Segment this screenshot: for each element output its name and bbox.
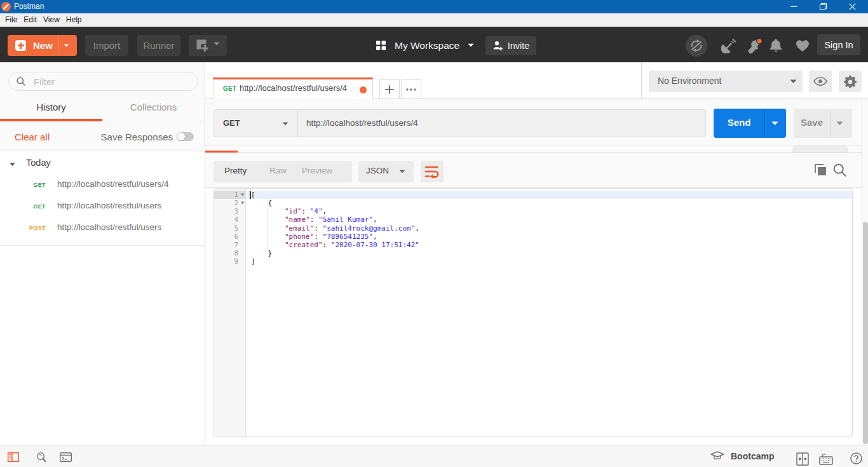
environment-quick-look-button[interactable] xyxy=(809,71,832,92)
runner-label: Runner xyxy=(143,40,174,51)
fold-caret-icon[interactable] xyxy=(240,193,245,196)
code-text: "phone": "7896541235", xyxy=(247,233,377,241)
code-line[interactable]: { xyxy=(247,199,853,207)
json-value: "2020-07-30 17:51:42" xyxy=(331,241,419,249)
sidebar-toggle-icon xyxy=(8,452,19,462)
favorites-button[interactable] xyxy=(794,35,811,56)
toggle-knob xyxy=(177,133,185,140)
shortcuts-button[interactable] xyxy=(818,452,834,465)
response-format-select[interactable]: JSON xyxy=(358,161,414,182)
gutter-row: 5 xyxy=(214,224,246,233)
gutter-row: 1 xyxy=(214,191,246,199)
menu-view[interactable]: View xyxy=(40,13,63,27)
settings-wrench-button[interactable] xyxy=(747,35,763,56)
vertical-scrollbar[interactable] xyxy=(862,99,868,445)
method-value: GET xyxy=(223,118,240,128)
request-url-bar: GET http://localhost/restful/users/4 xyxy=(214,109,706,137)
add-tab-button[interactable] xyxy=(379,79,400,99)
window-titlebar: Postman xyxy=(0,0,868,13)
runner-button[interactable]: Runner xyxy=(137,35,180,56)
code-line[interactable]: "email": "sahil4rock@gmail.com", xyxy=(247,224,853,233)
chevron-down-icon[interactable] xyxy=(836,121,843,126)
sync-disabled-button[interactable] xyxy=(686,35,707,56)
code-line[interactable]: [ xyxy=(247,191,853,199)
menu-file[interactable]: File xyxy=(2,13,20,27)
scrollbar-thumb[interactable] xyxy=(863,222,868,444)
chevron-down-icon xyxy=(214,42,220,46)
history-item[interactable]: GET http://localhost/restful/users xyxy=(0,194,205,216)
console-button[interactable] xyxy=(60,452,72,462)
code-text: "id": "4", xyxy=(247,207,327,215)
postman-window: Postman File Edit View Help New xyxy=(0,0,868,467)
code-line[interactable]: "id": "4", xyxy=(247,207,853,215)
wrench-icon xyxy=(747,37,763,54)
request-tab[interactable]: GET http://localhost/restful/users/4 xyxy=(213,78,373,99)
api-network-button[interactable] xyxy=(721,35,737,56)
code-line[interactable]: "phone": "7896541235", xyxy=(247,233,853,241)
cookies-code-button-sliver[interactable] xyxy=(792,146,848,152)
help-button[interactable] xyxy=(850,452,862,464)
tab-collections[interactable]: Collections xyxy=(102,99,205,116)
clear-all-link[interactable]: Clear all xyxy=(15,132,50,142)
json-separator: : xyxy=(310,215,318,224)
chevron-down-icon[interactable] xyxy=(771,121,778,126)
window-minimize-button[interactable] xyxy=(779,0,808,13)
global-search-button[interactable] xyxy=(36,452,48,463)
new-button[interactable]: New xyxy=(8,35,77,56)
tab-options-button[interactable] xyxy=(401,79,421,99)
copy-response-button[interactable] xyxy=(815,164,827,177)
close-icon xyxy=(849,3,856,10)
import-button[interactable]: Import xyxy=(85,35,128,56)
console-icon xyxy=(60,452,72,462)
invite-button[interactable]: Invite xyxy=(485,36,536,55)
history-group-today[interactable]: Today xyxy=(0,157,205,172)
tab-history[interactable]: History xyxy=(0,99,102,116)
collapse-caret-icon[interactable] xyxy=(10,163,15,166)
json-value: "Sahil Kumar" xyxy=(318,215,373,224)
response-view-tabs: Pretty Raw Preview xyxy=(214,161,352,182)
chevron-down-icon[interactable] xyxy=(64,44,69,48)
history-item[interactable]: GET http://localhost/restful/users/4 xyxy=(0,173,205,194)
menu-help[interactable]: Help xyxy=(63,13,85,27)
search-response-button[interactable] xyxy=(833,163,846,177)
environment-select[interactable]: No Environment xyxy=(649,71,803,92)
code-line[interactable]: } xyxy=(247,249,853,257)
gutter-row: 8 xyxy=(214,249,246,257)
fold-caret-icon[interactable] xyxy=(240,201,245,205)
notifications-button[interactable] xyxy=(768,35,784,56)
code-line[interactable]: ] xyxy=(247,257,853,266)
window-close-button[interactable] xyxy=(837,0,867,13)
wrap-lines-button[interactable] xyxy=(421,161,444,182)
view-pretty-button[interactable]: Pretty xyxy=(224,166,247,175)
open-new-window-button[interactable] xyxy=(189,35,227,56)
chevron-down-icon xyxy=(468,43,474,48)
save-split-divider xyxy=(830,109,831,138)
indent-guide xyxy=(268,199,268,249)
view-preview-button[interactable]: Preview xyxy=(302,166,332,175)
window-restore-button[interactable] xyxy=(808,0,837,13)
filter-input[interactable]: Filter xyxy=(8,72,198,91)
url-input[interactable]: http://localhost/restful/users/4 xyxy=(306,118,418,128)
method-select[interactable]: GET xyxy=(214,110,298,137)
chevron-down-icon xyxy=(790,79,797,84)
code-line[interactable]: "created": "2020-07-30 17:51:42" xyxy=(247,241,853,249)
two-pane-view-button[interactable] xyxy=(795,452,810,466)
eye-icon xyxy=(813,77,827,86)
settings-gear-button[interactable] xyxy=(839,71,862,92)
json-key: "email" xyxy=(285,224,314,233)
save-responses-toggle[interactable] xyxy=(177,132,194,141)
toggle-sidebar-button[interactable] xyxy=(8,452,19,462)
workspace-switcher[interactable]: My Workspace xyxy=(376,35,474,56)
code-text: ] xyxy=(247,257,255,266)
save-label: Save xyxy=(794,117,830,128)
sign-in-button[interactable]: Sign In xyxy=(817,34,860,55)
code-line[interactable]: "name": "Sahil Kumar", xyxy=(247,215,853,224)
search-icon xyxy=(833,163,846,177)
view-raw-button[interactable]: Raw xyxy=(269,166,287,175)
send-button[interactable]: Send xyxy=(714,109,786,138)
history-item[interactable]: POST http://localhost/restful/users xyxy=(0,216,205,238)
menu-edit[interactable]: Edit xyxy=(20,13,40,27)
save-button[interactable]: Save xyxy=(794,109,852,138)
bootcamp-button[interactable]: Bootcamp xyxy=(710,450,774,463)
history-actions: Clear all Save Responses xyxy=(0,121,205,151)
